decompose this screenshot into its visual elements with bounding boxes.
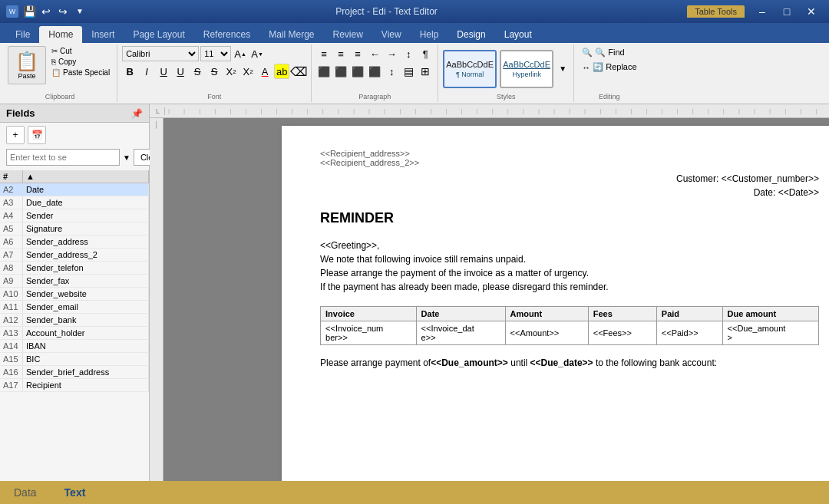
fields-search-input[interactable] bbox=[6, 149, 120, 166]
replace-label: 🔄 Replace bbox=[593, 62, 636, 72]
cut-label: Cut bbox=[60, 47, 72, 55]
paste-button[interactable]: 📋 Paste bbox=[8, 46, 46, 84]
align-left-button[interactable]: ⬛ bbox=[316, 64, 332, 79]
style-normal[interactable]: AaBbCcDdE ¶ Normal bbox=[443, 50, 497, 88]
field-row[interactable]: A7Sender_address_2 bbox=[0, 249, 149, 262]
field-num-cell: A8 bbox=[0, 262, 23, 274]
field-row[interactable]: A6Sender_address bbox=[0, 236, 149, 249]
fields-table-header: # ▲ bbox=[0, 170, 149, 183]
fields-search-row: ▼ Clear bbox=[0, 147, 149, 170]
show-formatting-button[interactable]: ¶ bbox=[418, 46, 433, 61]
line-spacing-button[interactable]: ↕ bbox=[384, 64, 399, 79]
superscript-button[interactable]: X2 bbox=[223, 64, 239, 79]
align-right-button[interactable]: ⬛ bbox=[350, 64, 365, 79]
restore-button[interactable]: □ bbox=[775, 4, 798, 19]
style-hyperlink[interactable]: AaBbCcDdE Hyperlink bbox=[500, 50, 553, 88]
style-hyperlink-label: Hyperlink bbox=[512, 71, 541, 78]
multilevel-button[interactable]: ≡ bbox=[350, 46, 365, 61]
doc-body3: If the payment has already been made, pl… bbox=[320, 280, 819, 294]
font-color-button[interactable]: A bbox=[257, 64, 272, 79]
tab-pagelayout[interactable]: Page Layout bbox=[124, 26, 193, 43]
borders-button[interactable]: ⊞ bbox=[418, 64, 433, 79]
align-center-button[interactable]: ⬛ bbox=[333, 64, 348, 79]
font-row-bottom: B I U U S S X2 X2 A ab ⌫ bbox=[122, 64, 306, 79]
shrink-font-button[interactable]: A▼ bbox=[249, 46, 265, 61]
strikethrough2-button[interactable]: S bbox=[206, 64, 222, 79]
bold-button[interactable]: B bbox=[122, 64, 137, 79]
quick-access-3[interactable]: ↪ bbox=[57, 5, 69, 18]
field-row[interactable]: A5Signature bbox=[0, 222, 149, 236]
subscript-button[interactable]: X2 bbox=[240, 64, 256, 79]
tab-mailmerge[interactable]: Mail Merge bbox=[259, 26, 323, 43]
quick-access-1[interactable]: 💾 bbox=[23, 5, 35, 18]
field-row[interactable]: A10Sender_website bbox=[0, 288, 149, 301]
field-row[interactable]: A13Account_holder bbox=[0, 327, 149, 340]
styles-group: AaBbCcDdE ¶ Normal AaBbCcDdE Hyperlink ▼… bbox=[438, 44, 574, 102]
doc-scroll-area[interactable]: <<Recipient_address>> <<Recipient_addres… bbox=[163, 118, 829, 481]
document-page: <<Recipient_address>> <<Recipient_addres… bbox=[282, 126, 829, 481]
tab-help[interactable]: Help bbox=[411, 26, 448, 43]
italic-button[interactable]: I bbox=[139, 64, 154, 79]
strikethrough-button[interactable]: S bbox=[190, 64, 205, 79]
copy-button[interactable]: ⎘ Copy bbox=[49, 57, 112, 67]
minimize-button[interactable]: – bbox=[751, 4, 774, 19]
editing-group: 🔍 🔍 Find ↔ 🔄 Replace Editing bbox=[574, 44, 644, 102]
tab-review[interactable]: Review bbox=[324, 26, 372, 43]
underline-button[interactable]: U bbox=[156, 64, 171, 79]
cut-button[interactable]: ✂ Cut bbox=[49, 46, 112, 56]
invoice-table-row: <<Invoice_number>> <<Invoice_date>> <<Am… bbox=[321, 321, 819, 345]
field-name-cell: Sender_brief_address bbox=[23, 366, 149, 378]
styles-dropdown-button[interactable]: ▼ bbox=[557, 61, 569, 77]
shading-button[interactable]: ▤ bbox=[401, 64, 416, 79]
quick-access-2[interactable]: ↩ bbox=[40, 5, 52, 18]
paste-special-button[interactable]: 📋 Paste Special bbox=[49, 68, 112, 77]
field-row[interactable]: A15BIC bbox=[0, 353, 149, 366]
tab-design[interactable]: Design bbox=[448, 26, 494, 43]
highlight-button[interactable]: ab bbox=[274, 64, 289, 79]
invoice-date-cell: <<Invoice_date>> bbox=[416, 321, 505, 345]
underline2-button[interactable]: U bbox=[173, 64, 188, 79]
styles-label: Styles bbox=[497, 91, 516, 100]
pin-icon[interactable]: 📌 bbox=[131, 108, 143, 119]
calendar-field-button[interactable]: 📅 bbox=[28, 126, 46, 144]
tab-insert[interactable]: Insert bbox=[82, 26, 124, 43]
font-size-select[interactable]: 11 bbox=[200, 46, 231, 61]
field-num-cell: A11 bbox=[0, 301, 23, 313]
tab-text[interactable]: Text bbox=[58, 483, 92, 502]
tab-layout[interactable]: Layout bbox=[495, 26, 541, 43]
field-row[interactable]: A2Date bbox=[0, 183, 149, 196]
field-row[interactable]: A3Due_date bbox=[0, 196, 149, 209]
doc-greeting: <<Greeting>>, bbox=[320, 239, 819, 252]
replace-button[interactable]: ↔ 🔄 Replace bbox=[579, 61, 639, 74]
close-button[interactable]: ✕ bbox=[800, 4, 823, 19]
tab-file[interactable]: File bbox=[6, 26, 39, 43]
tab-data[interactable]: Data bbox=[8, 483, 43, 502]
clipboard-small-buttons: ✂ Cut ⎘ Copy 📋 Paste Special bbox=[49, 46, 112, 77]
numbering-button[interactable]: ≡ bbox=[333, 46, 348, 61]
field-row[interactable]: A4Sender bbox=[0, 209, 149, 222]
tab-home[interactable]: Home bbox=[39, 26, 82, 43]
search-dropdown-icon[interactable]: ▼ bbox=[123, 153, 130, 162]
field-row[interactable]: A14IBAN bbox=[0, 340, 149, 353]
add-field-button[interactable]: + bbox=[6, 126, 25, 144]
decrease-indent-button[interactable]: ← bbox=[367, 46, 382, 61]
field-row[interactable]: A16Sender_brief_address bbox=[0, 366, 149, 379]
bullets-button[interactable]: ≡ bbox=[316, 46, 332, 61]
tab-references[interactable]: References bbox=[194, 26, 259, 43]
tab-view[interactable]: View bbox=[372, 26, 411, 43]
clear-format-button[interactable]: ⌫ bbox=[291, 64, 306, 79]
font-family-select[interactable]: Calibri bbox=[122, 46, 199, 61]
sort-button[interactable]: ↕ bbox=[401, 46, 416, 61]
field-row[interactable]: A17Recipient bbox=[0, 379, 149, 392]
quick-access-menu[interactable]: ▼ bbox=[74, 5, 86, 18]
field-row[interactable]: A8Sender_telefon bbox=[0, 262, 149, 275]
field-name-cell: Signature bbox=[23, 222, 149, 235]
increase-indent-button[interactable]: → bbox=[384, 46, 399, 61]
field-row[interactable]: A12Sender_bank bbox=[0, 314, 149, 327]
field-row[interactable]: A11Sender_email bbox=[0, 301, 149, 314]
grow-font-button[interactable]: A▲ bbox=[233, 46, 248, 61]
find-button[interactable]: 🔍 🔍 Find bbox=[579, 46, 639, 59]
justify-button[interactable]: ⬛ bbox=[367, 64, 382, 79]
field-row[interactable]: A9Sender_fax bbox=[0, 275, 149, 288]
invoice-fees-cell: <<Fees>> bbox=[588, 321, 656, 345]
